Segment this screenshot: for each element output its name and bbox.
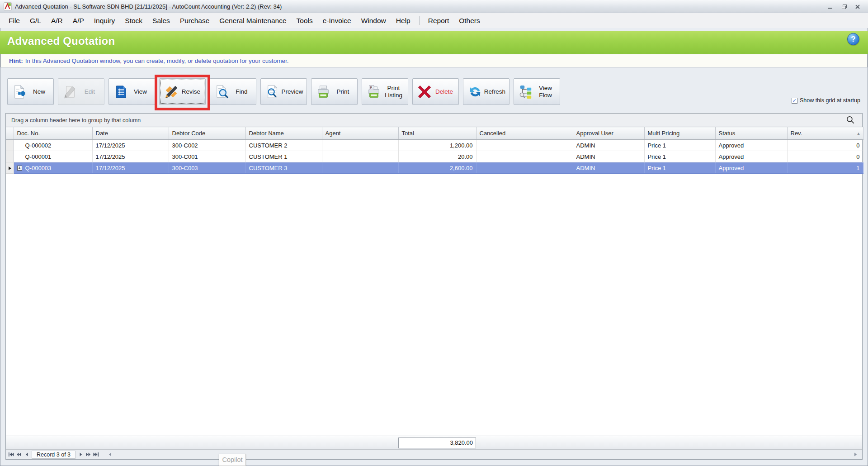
question-mark-icon[interactable]: ? xyxy=(847,33,859,45)
menu-item-inquiry[interactable]: Inquiry xyxy=(89,13,120,28)
copilot-button[interactable]: Copilot xyxy=(219,454,246,466)
column-header-agent[interactable]: Agent xyxy=(322,127,398,140)
column-header-status[interactable]: Status xyxy=(715,127,787,140)
find-button[interactable]: Find xyxy=(210,78,256,105)
column-header-date[interactable]: Date xyxy=(92,127,169,140)
cell-agent xyxy=(322,151,398,162)
checkbox-icon[interactable]: ✓ xyxy=(792,98,797,104)
maximize-button[interactable] xyxy=(837,2,851,12)
cell-debtor_name: CUSTOMER 3 xyxy=(245,162,322,174)
show-grid-checkbox-label: Show this grid at startup xyxy=(800,97,860,104)
column-header-doc[interactable]: Doc. No. xyxy=(14,127,92,140)
cell-agent xyxy=(322,162,398,174)
cell-date: 17/12/2025 xyxy=(92,151,169,162)
row-indicator-cell xyxy=(6,162,14,174)
new-button[interactable]: New xyxy=(7,78,54,105)
table-row[interactable]: Q-00000117/12/2025300-C001CUSTOMER 120.0… xyxy=(6,151,863,162)
quotation-table: Doc. No.DateDebtor CodeDebtor NameAgentT… xyxy=(6,127,863,174)
column-header-label: Total xyxy=(402,130,414,137)
column-header-label: Date xyxy=(96,130,108,137)
nav-prev-button[interactable] xyxy=(23,451,30,458)
refresh-button[interactable]: Refresh xyxy=(463,78,509,105)
menu-item-help[interactable]: Help xyxy=(391,13,415,28)
column-header-rev[interactable]: Rev.▲ xyxy=(787,127,863,140)
cell-approval: ADMIN xyxy=(573,162,644,174)
cell-doc: +Q-000003 xyxy=(14,162,92,174)
cell-agent xyxy=(322,140,398,151)
column-header-pricing[interactable]: Multi Pricing xyxy=(644,127,715,140)
close-button[interactable] xyxy=(851,2,864,12)
delete-label: Delete xyxy=(432,88,458,95)
cell-pricing: Price 1 xyxy=(644,140,715,151)
column-header-label: Rev. xyxy=(791,130,802,137)
menu-item-a-r[interactable]: A/R xyxy=(46,13,68,28)
expand-icon[interactable]: + xyxy=(17,166,22,171)
print-listing-label: Print Listing xyxy=(381,85,408,99)
view-button[interactable]: View xyxy=(108,78,155,105)
cell-doc: Q-000002 xyxy=(14,140,92,151)
cell-pricing: Price 1 xyxy=(644,151,715,162)
menu-item-file[interactable]: File xyxy=(4,13,25,28)
menu-item-e-invoice[interactable]: e-Invoice xyxy=(318,13,356,28)
total-summary: 3,820.00 xyxy=(398,437,476,448)
cell-status: Approved xyxy=(715,151,787,162)
minimize-button[interactable] xyxy=(824,2,837,12)
window-title-bar: Advanced Quotation - SL Software SDN BHD… xyxy=(0,0,868,13)
print-button[interactable]: Print xyxy=(311,78,358,105)
column-header-approval[interactable]: Approval User xyxy=(573,127,644,140)
column-header-label: Status xyxy=(719,130,736,137)
column-header-label: Multi Pricing xyxy=(648,130,680,137)
cell-status: Approved xyxy=(715,162,787,174)
revise-button[interactable]: Revise xyxy=(159,78,206,105)
nav-prev-page-button[interactable] xyxy=(15,451,23,458)
preview-button[interactable]: Preview xyxy=(260,78,307,105)
svg-text:R: R xyxy=(370,86,373,90)
menu-item-a-p[interactable]: A/P xyxy=(68,13,89,28)
hscroll-left-arrow-icon[interactable] xyxy=(106,451,114,458)
page-title: Advanced Quotation xyxy=(7,35,115,48)
revise-pencil-icon xyxy=(164,85,179,99)
nav-next-button[interactable] xyxy=(77,451,85,458)
menu-item-others[interactable]: Others xyxy=(454,13,485,28)
view-label: View xyxy=(128,88,155,95)
nav-first-button[interactable] xyxy=(7,451,15,458)
nav-next-page-button[interactable] xyxy=(85,451,92,458)
menu-item-g-l[interactable]: G/L xyxy=(25,13,46,28)
cell-rev: 0 xyxy=(787,151,863,162)
window-controls xyxy=(824,0,864,13)
column-header-cancelled[interactable]: Cancelled xyxy=(476,127,573,140)
hscroll-right-arrow-icon[interactable] xyxy=(852,451,859,458)
group-by-panel[interactable]: Drag a column header here to group by th… xyxy=(6,114,862,127)
column-header-total[interactable]: Total xyxy=(398,127,476,140)
cell-total: 20.00 xyxy=(398,151,476,162)
doc-no-text: Q-000002 xyxy=(25,142,52,149)
table-row[interactable]: Q-00000217/12/2025300-C002CUSTOMER 21,20… xyxy=(6,140,863,151)
menu-item-window[interactable]: Window xyxy=(356,13,391,28)
find-doc-icon xyxy=(215,85,229,99)
menu-item-purchase[interactable]: Purchase xyxy=(175,13,214,28)
app-icon xyxy=(4,2,12,10)
magnifier-icon[interactable] xyxy=(845,115,856,126)
column-header-debtor_code[interactable]: Debtor Code xyxy=(169,127,245,140)
menu-item-general-maintenance[interactable]: General Maintenance xyxy=(214,13,291,28)
column-header-debtor_name[interactable]: Debtor Name xyxy=(245,127,322,140)
doc-no-text: Q-000003 xyxy=(25,165,52,171)
cell-approval: ADMIN xyxy=(573,140,644,151)
edit-pencil-icon xyxy=(63,85,77,99)
new-doc-icon xyxy=(12,85,27,99)
menu-item-stock[interactable]: Stock xyxy=(120,13,147,28)
record-navigator: Record 3 of 3 xyxy=(6,449,862,459)
menu-item-tools[interactable]: Tools xyxy=(292,13,318,28)
show-grid-checkbox[interactable]: ✓ Show this grid at startup xyxy=(792,97,860,104)
nav-last-button[interactable] xyxy=(92,451,100,458)
menu-item-report[interactable]: Report xyxy=(423,13,454,28)
record-count-label: Record 3 of 3 xyxy=(32,451,75,459)
cell-debtor_code: 300-C001 xyxy=(169,151,245,162)
table-row[interactable]: +Q-00000317/12/2025300-C003CUSTOMER 32,6… xyxy=(6,162,863,174)
cell-doc: Q-000001 xyxy=(14,151,92,162)
print-listing-button[interactable]: RPrint Listing xyxy=(362,78,408,105)
column-header-label: Agent xyxy=(326,130,341,137)
menu-item-sales[interactable]: Sales xyxy=(147,13,175,28)
delete-button[interactable]: Delete xyxy=(412,78,459,105)
view-flow-button[interactable]: View Flow xyxy=(514,78,560,105)
